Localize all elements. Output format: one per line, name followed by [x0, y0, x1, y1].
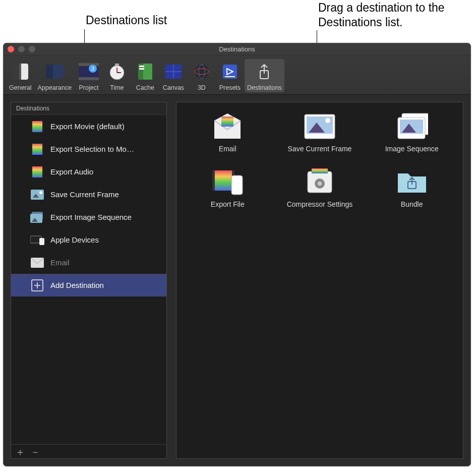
svg-text:3: 3 — [91, 66, 94, 72]
tab-appearance[interactable]: Appearance — [35, 59, 74, 92]
destinations-icon — [253, 61, 275, 82]
tab-project-label: Project — [79, 84, 98, 91]
preferences-toolbar: General Appearance 3 Project Time Cache — [4, 55, 470, 95]
svg-rect-11 — [115, 64, 119, 66]
svg-rect-45 — [39, 238, 44, 245]
tab-time-label: Time — [110, 84, 124, 91]
compressor-icon — [304, 168, 336, 196]
svg-rect-32 — [31, 144, 32, 155]
plus-box-icon — [30, 279, 44, 291]
content-area: Destinations Export Movie (default) Expo… — [4, 95, 470, 466]
svg-rect-15 — [143, 64, 152, 80]
tab-cache[interactable]: Cache — [132, 59, 159, 92]
template-label: Image Sequence — [385, 145, 439, 153]
list-item-label: Save Current Frame — [50, 190, 119, 199]
film-phone-icon — [211, 168, 244, 196]
film-icon — [30, 166, 44, 178]
svg-rect-36 — [31, 166, 32, 177]
destination-templates-pane: Email Save Current Frame Image Sequence — [176, 102, 463, 459]
svg-rect-61 — [212, 170, 215, 191]
svg-rect-7 — [79, 77, 99, 80]
template-save-frame[interactable]: Save Current Frame — [284, 112, 355, 153]
template-compressor-settings[interactable]: Compressor Settings — [284, 168, 355, 208]
window-title: Destinations — [219, 45, 255, 53]
svg-rect-38 — [31, 190, 44, 200]
svg-rect-27 — [32, 121, 42, 132]
add-button[interactable]: ＋ — [15, 447, 25, 457]
svg-point-40 — [39, 191, 42, 194]
list-item-export-movie[interactable]: Export Movie (default) — [11, 115, 166, 138]
destinations-list: Export Movie (default) Export Selection … — [11, 115, 166, 444]
template-image-sequence[interactable]: Image Sequence — [377, 112, 447, 153]
tab-canvas-label: Canvas — [163, 84, 184, 91]
sidebar-footer: ＋ － — [11, 444, 166, 458]
film-icon — [30, 143, 44, 155]
cache-icon — [134, 61, 156, 82]
folder-share-icon — [396, 168, 428, 196]
svg-point-67 — [318, 182, 322, 186]
appearance-icon — [43, 61, 66, 82]
tab-general-label: General — [9, 84, 31, 91]
tab-canvas[interactable]: Canvas — [160, 59, 187, 92]
traffic-lights — [8, 46, 35, 52]
template-label: Save Current Frame — [288, 145, 352, 153]
svg-rect-37 — [42, 166, 44, 177]
tab-project[interactable]: 3 Project — [75, 59, 102, 92]
zoom-button[interactable] — [29, 46, 35, 52]
list-item-export-selection[interactable]: Export Selection to Mo… — [11, 138, 166, 160]
preferences-window: Destinations General Appearance 3 Projec… — [3, 43, 471, 466]
tab-destinations[interactable]: Destinations — [245, 59, 284, 92]
tab-presets-label: Presets — [219, 84, 241, 91]
photo-icon — [304, 112, 336, 141]
list-item-label: Export Movie (default) — [50, 122, 125, 131]
list-item-label: Export Image Sequence — [50, 213, 132, 221]
presets-icon — [219, 61, 241, 82]
svg-rect-33 — [42, 144, 44, 155]
svg-rect-29 — [42, 121, 44, 132]
list-item-export-audio[interactable]: Export Audio — [11, 160, 166, 183]
project-icon: 3 — [78, 61, 100, 82]
svg-rect-35 — [32, 166, 42, 177]
template-label: Compressor Settings — [287, 200, 353, 208]
list-item-label: Email — [50, 258, 70, 267]
photo-stack-icon — [396, 112, 428, 141]
tab-general[interactable]: General — [7, 59, 34, 92]
film-icon — [30, 121, 44, 133]
titlebar: Destinations — [4, 43, 470, 55]
template-bundle[interactable]: Bundle — [377, 168, 447, 208]
envelope-icon — [30, 257, 44, 269]
list-item-label: Apple Devices — [50, 235, 99, 244]
minimize-button[interactable] — [18, 46, 25, 52]
svg-rect-60 — [212, 170, 234, 191]
photo-icon — [30, 189, 44, 201]
close-button[interactable] — [8, 46, 14, 52]
general-icon — [9, 61, 31, 82]
template-label: Email — [219, 145, 236, 153]
list-item-email[interactable]: Email — [11, 251, 166, 274]
tab-time[interactable]: Time — [103, 59, 131, 92]
envelope-film-icon — [211, 112, 244, 141]
svg-rect-28 — [31, 121, 32, 132]
list-item-add-destination[interactable]: Add Destination — [11, 274, 166, 297]
destinations-sidebar: Destinations Export Movie (default) Expo… — [11, 102, 167, 459]
svg-rect-17 — [139, 68, 144, 70]
photo-stack-icon — [30, 211, 44, 223]
list-item-label: Add Destination — [50, 281, 104, 289]
sidebar-header: Destinations — [11, 102, 166, 115]
svg-rect-31 — [32, 144, 42, 155]
svg-rect-6 — [79, 63, 99, 66]
callout-left: Destinations list — [86, 13, 167, 28]
svg-rect-63 — [231, 175, 243, 195]
svg-point-21 — [195, 65, 209, 79]
svg-rect-65 — [312, 168, 328, 173]
canvas-icon — [162, 61, 185, 82]
template-email[interactable]: Email — [192, 112, 263, 153]
tab-3d[interactable]: 3D — [188, 59, 215, 92]
3d-icon — [191, 61, 213, 82]
list-item-apple-devices[interactable]: Apple Devices — [11, 228, 166, 251]
template-export-file[interactable]: Export File — [192, 168, 263, 208]
remove-button[interactable]: － — [30, 447, 40, 457]
tab-presets[interactable]: Presets — [216, 59, 244, 92]
list-item-save-frame[interactable]: Save Current Frame — [11, 183, 166, 206]
list-item-image-sequence[interactable]: Export Image Sequence — [11, 206, 166, 228]
